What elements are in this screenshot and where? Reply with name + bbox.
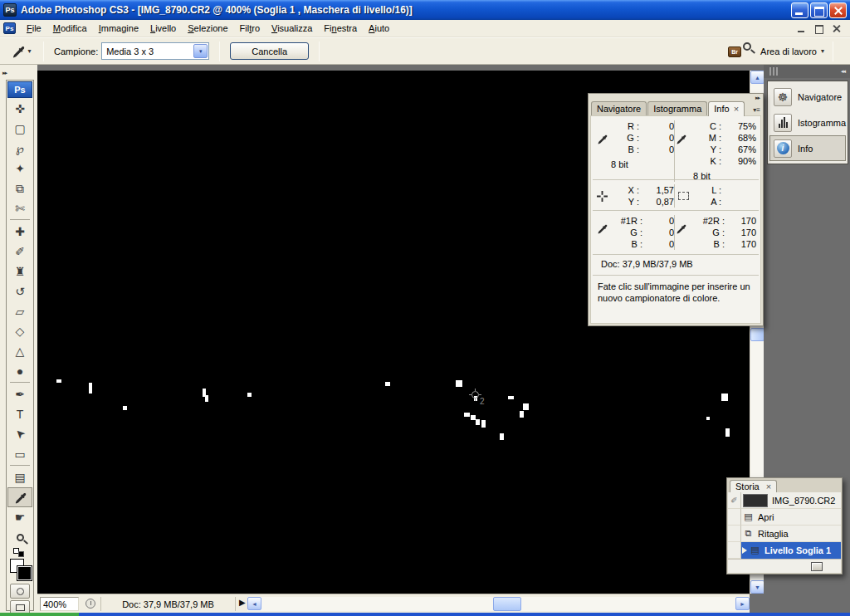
close-icon[interactable]: × [734,104,739,114]
crop-tool[interactable]: ⧉ [7,178,32,198]
canvas-dot [523,403,529,410]
horizontal-scroll-thumb[interactable] [493,597,521,611]
scroll-down-icon[interactable]: ▼ [750,580,765,594]
blur-tool[interactable]: △ [7,341,32,361]
doc-size-box[interactable]: Doc: 37,9 MB/37,9 MB [100,597,236,611]
current-tool-button[interactable]: ▾ [5,41,38,62]
notes-tool[interactable]: ▤ [7,467,32,487]
tab-navigatore[interactable]: Navigatore [591,101,647,116]
menu-immagine[interactable]: Immagine [93,22,144,35]
history-item-apri[interactable]: ▤Apri [728,509,841,526]
color-sampler-marker[interactable]: 2 [470,389,481,400]
history-state-icon: ▤ [742,511,755,522]
vertical-scroll-thumb[interactable] [750,328,765,341]
palette-collapse-icon[interactable]: ▸▸ [755,95,760,101]
new-snapshot-icon[interactable] [811,562,823,571]
zoom-level-field[interactable] [40,597,79,611]
divider [319,42,320,61]
zoom-tool[interactable] [7,527,32,547]
menu-modifica[interactable]: Modifica [47,22,93,35]
tab-storia[interactable]: Storia × [730,480,777,492]
history-tab-row: Storia × [727,478,842,492]
magic-wand-tool[interactable]: ✦ [7,159,32,178]
history-brush-checkbox[interactable] [728,526,741,542]
menu-selezione[interactable]: Selezione [182,22,233,35]
menu-filtro[interactable]: Filtro [234,22,266,35]
history-item-img-8790-cr2[interactable]: ✐IMG_8790.CR2 [728,492,841,509]
menu-file[interactable]: File [21,22,47,35]
eyedropper-icon[interactable] [676,134,686,144]
history-brush-checkbox[interactable] [728,509,741,526]
minimize-button[interactable] [791,2,808,18]
history-brush-checkbox[interactable] [728,542,741,559]
history-item-ritaglia[interactable]: ⧉Ritaglia [728,526,841,542]
sample-size-select[interactable]: Media 3 x 3 ▾ [101,42,209,60]
restore-button[interactable] [810,2,828,18]
history-brush-source-well[interactable]: ✐ [728,492,741,509]
move-tool[interactable]: ✜ [7,99,32,119]
collapse-left-icon[interactable]: ◂◂ [841,68,845,75]
color-sampler-tool[interactable] [7,487,32,507]
switch-colors-icon[interactable] [7,547,32,557]
history-item-livello-soglia-1[interactable]: ▤Livello Soglia 1 [728,542,841,559]
crosshair-icon [597,191,608,202]
clone-stamp-tool-icon: ♜ [15,266,26,277]
brush-tool[interactable]: ✐ [7,242,32,262]
workspace-dropdown-icon[interactable]: ▾ [821,47,824,55]
dock-button-navigatore[interactable]: ☸Navigatore [769,84,846,110]
history-item-content: ▤Apri [741,509,841,526]
close-icon[interactable]: × [766,482,771,491]
dock-button-istogramma[interactable]: Istogramma [769,110,846,135]
pen-tool[interactable]: ✒ [7,384,32,404]
color-readout-section: R :0 G :0 B :0 8 bit C :75% M :68% Y :67… [591,116,760,179]
scroll-up-icon[interactable]: ▲ [750,71,765,84]
quick-mask-button[interactable] [10,584,30,599]
tool-dropdown-icon[interactable]: ▾ [27,47,31,55]
eraser-tool[interactable]: ▱ [7,301,32,321]
combo-arrow-icon[interactable]: ▾ [193,44,208,58]
horizontal-scrollbar[interactable]: ◄ ► [247,597,750,611]
menu-aiuto[interactable]: Aiuto [363,22,395,35]
menu-finestra[interactable]: Finestra [318,22,363,35]
dock-button-info[interactable]: iInfo [769,135,846,161]
doc-close-icon[interactable] [831,23,842,34]
options-bar-right: Br Area di lavoro ▾ [725,41,838,62]
slice-tool[interactable]: ✄ [7,198,32,218]
lasso-tool[interactable]: ℘ [7,139,32,159]
dodge-tool[interactable]: ● [7,361,32,381]
paint-bucket-tool[interactable]: ◇ [7,321,32,341]
menu-livello[interactable]: Livello [144,22,182,35]
hand-tool[interactable]: ☛ [7,507,32,527]
s2-r-label: #2R : [693,215,725,227]
clear-button[interactable]: Cancella [230,42,309,60]
g-value: 0 [639,132,674,144]
doc-minimize-icon[interactable] [796,23,807,34]
menu-visualizza[interactable]: Visualizza [266,22,318,35]
doc-restore-icon[interactable] [813,23,824,34]
collapse-right-icon[interactable]: ▸▸ [2,70,7,76]
history-brush-tool[interactable]: ↺ [7,281,32,301]
snapshot-thumbnail [743,494,768,507]
healing-brush-tool[interactable]: ✚ [7,222,32,242]
dock-grip-icon[interactable] [769,67,778,76]
window-controls [791,2,847,18]
scroll-left-icon[interactable]: ◄ [247,597,261,610]
status-menu-icon[interactable]: ▶ [239,598,246,607]
navigator-icon: ☸ [774,88,792,106]
shape-tool[interactable]: ▭ [7,444,32,464]
type-tool[interactable]: T [7,404,32,424]
scroll-right-icon[interactable]: ► [735,597,750,610]
window-bottom-border-green [0,613,79,616]
eyedropper-icon[interactable] [597,134,608,144]
rectangular-marquee-tool[interactable]: ▢ [7,119,32,139]
background-color-swatch[interactable] [17,566,32,580]
path-selection-tool[interactable]: ➤ [7,424,32,444]
tab-info[interactable]: Info× [708,101,745,116]
clone-stamp-tool[interactable]: ♜ [7,262,32,281]
tab-istogramma[interactable]: Istogramma [647,101,707,116]
go-to-bridge-button[interactable]: Br [725,41,754,62]
cmyk-readout: C :75% M :68% Y :67% K :90% 8 bit [674,120,756,182]
close-button[interactable] [829,2,847,18]
palette-menu-icon[interactable]: ▾≡ [753,106,760,114]
s2-r-value: 170 [725,215,756,227]
